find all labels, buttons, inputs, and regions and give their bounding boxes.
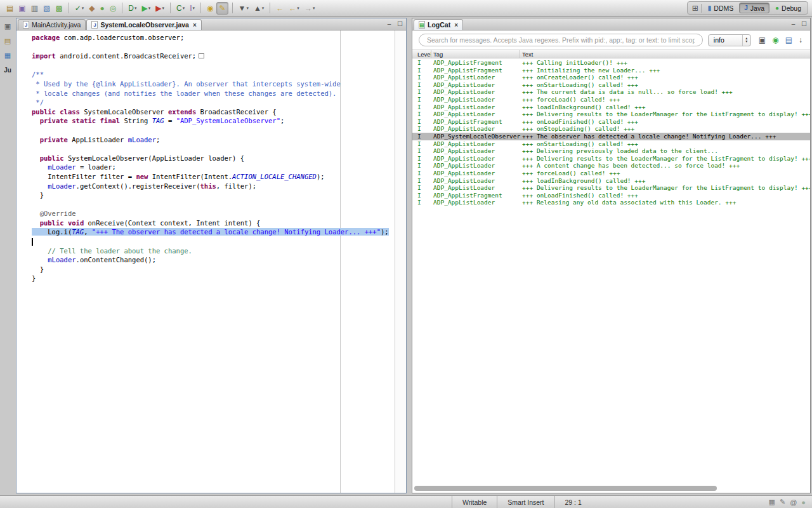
- code-line[interactable]: public void onReceive(Context context, I…: [32, 218, 393, 228]
- code-line[interactable]: ⊖/**: [32, 70, 393, 79]
- code-line[interactable]: ⊖ public SystemLocaleObserver(AppListLoa…: [32, 154, 393, 163]
- logcat-row[interactable]: IADP_AppListLoader+++ onStopLoading() ca…: [412, 125, 810, 133]
- print-icon[interactable]: ▥: [29, 2, 40, 15]
- perspective-ddms-button[interactable]: ▮DDMS: [704, 3, 738, 13]
- run-icon[interactable]: ▶▾: [140, 2, 152, 15]
- collapsed-region-box[interactable]: [199, 53, 204, 58]
- logcat-row[interactable]: IADP_AppListLoader+++ Delivering results…: [412, 184, 810, 192]
- code-line[interactable]: mLoader.onContentChanged();: [32, 255, 393, 265]
- close-tab-icon[interactable]: ×: [454, 22, 458, 29]
- logcat-row[interactable]: IADP_AppListLoader+++ A content change h…: [412, 162, 810, 170]
- code-line[interactable]: [32, 43, 393, 52]
- code-line[interactable]: }: [32, 265, 393, 274]
- minimize-icon[interactable]: –: [789, 20, 797, 28]
- package-explorer-icon[interactable]: ▤: [2, 36, 13, 46]
- logcat-row[interactable]: IADP_SystemLocaleObserver+++ The observe…: [412, 133, 810, 140]
- at-trim-icon[interactable]: @: [790, 498, 797, 506]
- scrollbar-thumb[interactable]: [414, 486, 717, 491]
- code-line[interactable]: [32, 200, 393, 210]
- maximize-icon[interactable]: ☐: [800, 20, 808, 28]
- tab-systemlocaleobserver-java[interactable]: J SystemLocaleObserver.java ×: [86, 19, 201, 30]
- logcat-row[interactable]: IADP_AppListFragment+++ Calling initLoad…: [412, 59, 810, 67]
- close-tab-icon[interactable]: ×: [193, 22, 197, 29]
- logcat-row[interactable]: IADP_AppListLoader+++ onStartLoading() c…: [412, 140, 810, 148]
- logcat-row[interactable]: IADP_AppListLoader+++ loadInBackground()…: [412, 104, 810, 111]
- maximize-icon[interactable]: ☐: [396, 20, 404, 28]
- code-line[interactable]: */: [32, 98, 393, 107]
- new-interface-icon[interactable]: I▾: [188, 2, 197, 15]
- forward-icon[interactable]: →▾: [303, 2, 317, 15]
- code-line[interactable]: [32, 61, 393, 70]
- code-line[interactable]: mLoader = loader;: [32, 163, 393, 172]
- column-header-text[interactable]: Text: [520, 51, 810, 58]
- code-area[interactable]: package com.adp.loadercustom.observer;⊕i…: [32, 33, 393, 493]
- junit-view-icon[interactable]: Ju: [2, 65, 13, 75]
- code-line[interactable]: Log.i(TAG, "+++ The observer has detecte…: [32, 227, 393, 237]
- debug-icon[interactable]: D▾: [126, 2, 138, 15]
- logcat-row[interactable]: IADP_AppListLoader+++ onCreateLoader() c…: [412, 74, 810, 81]
- code-line[interactable]: mLoader.getContext().registerReceiver(th…: [32, 182, 393, 191]
- code-line[interactable]: IntentFilter filter = new IntentFilter(I…: [32, 172, 393, 182]
- logcat-horizontal-scrollbar[interactable]: [412, 484, 810, 493]
- logcat-row[interactable]: IADP_AppListLoader+++ Releasing any old …: [412, 199, 810, 206]
- logcat-row[interactable]: IADP_AppListLoader+++ Delivering results…: [412, 155, 810, 163]
- save-icon[interactable]: ▣: [16, 2, 27, 15]
- column-header-level[interactable]: Level: [412, 50, 431, 58]
- log-level-filter-select[interactable]: info ▴▾: [708, 34, 751, 46]
- avd-manager-icon[interactable]: ◎: [108, 2, 118, 15]
- display-icon[interactable]: ▤: [783, 34, 794, 46]
- new-java-project-icon[interactable]: ▧: [41, 2, 52, 15]
- code-line[interactable]: [32, 237, 393, 246]
- logcat-row[interactable]: IADP_AppListLoader+++ The current data i…: [412, 88, 810, 96]
- logcat-row[interactable]: IADP_AppListLoader+++ onStartLoading() c…: [412, 81, 810, 89]
- column-header-tag[interactable]: Tag: [431, 50, 520, 58]
- perspective-java-button[interactable]: JJava: [739, 3, 769, 13]
- code-line[interactable]: [32, 126, 393, 135]
- tab-mainactivity-java[interactable]: J MainActivity.java: [18, 19, 86, 30]
- logcat-row[interactable]: IADP_AppListFragment+++ onLoadFinished()…: [412, 118, 810, 126]
- last-edit-location-icon[interactable]: ←: [274, 2, 285, 15]
- code-line[interactable]: [32, 144, 393, 154]
- edit-trim-icon[interactable]: ✎: [780, 498, 785, 506]
- build-check-icon[interactable]: ✓▾: [73, 2, 86, 15]
- screen-capture-icon[interactable]: ◉: [770, 34, 780, 46]
- logcat-row[interactable]: IADP_AppListLoader+++ forceLoad() called…: [412, 170, 810, 177]
- logcat-search-input[interactable]: [419, 34, 703, 46]
- type-hierarchy-icon[interactable]: ▦: [2, 50, 13, 60]
- new-package-icon[interactable]: ◆: [87, 2, 96, 15]
- mark-occurrences-icon[interactable]: ✎: [216, 2, 228, 15]
- android-sdk-manager-icon[interactable]: ●: [98, 2, 107, 15]
- code-line[interactable]: private AppListLoader mLoader;: [32, 135, 393, 145]
- new-android-project-icon[interactable]: ▩: [53, 2, 64, 15]
- code-line[interactable]: ⊕import android.content.BroadcastReceive…: [32, 51, 393, 61]
- tab-logcat[interactable]: ▤ LogCat ×: [414, 19, 463, 30]
- editor-scrollbar-track[interactable]: [395, 30, 406, 493]
- search-icon[interactable]: ◉: [205, 2, 215, 15]
- next-annotation-icon[interactable]: ▼▾: [237, 2, 251, 15]
- logcat-row[interactable]: IADP_AppListLoader+++ forceLoad() called…: [412, 96, 810, 104]
- back-icon[interactable]: ←▾: [287, 2, 301, 15]
- logcat-row[interactable]: IADP_AppListFragment+++ Initializing the…: [412, 67, 810, 74]
- perspective-debug-button[interactable]: ●Debug: [771, 3, 806, 13]
- new-wizard-icon[interactable]: ▤: [4, 2, 15, 15]
- code-line[interactable]: * locale changes (and notifies the loade…: [32, 89, 393, 98]
- code-line[interactable]: // Tell the loader about the change.: [32, 246, 393, 256]
- new-class-icon[interactable]: C▾: [174, 2, 187, 15]
- scroll-to-bottom-icon[interactable]: ↓: [797, 34, 804, 46]
- logcat-row[interactable]: IADP_AppListLoader+++ Delivering previou…: [412, 147, 810, 155]
- logcat-row[interactable]: IADP_AppListLoader+++ loadInBackground()…: [412, 177, 810, 185]
- open-perspective-icon[interactable]: ⊞: [690, 4, 702, 13]
- logcat-row[interactable]: IADP_AppListFragment+++ onLoadFinished()…: [412, 192, 810, 199]
- code-line[interactable]: ⊖ @Override: [32, 209, 393, 218]
- logcat-row[interactable]: IADP_AppListLoader+++ Delivering results…: [412, 110, 810, 118]
- save-log-icon[interactable]: ▣: [757, 34, 768, 46]
- restore-views-icon[interactable]: ▣: [2, 21, 13, 31]
- progress-trim-icon[interactable]: ●: [801, 498, 806, 506]
- minimize-icon[interactable]: –: [385, 20, 393, 28]
- code-line[interactable]: private static final String TAG = "ADP_S…: [32, 116, 393, 126]
- code-line[interactable]: }: [32, 274, 393, 283]
- code-line[interactable]: }: [32, 190, 393, 200]
- prev-annotation-icon[interactable]: ▲▾: [252, 2, 266, 15]
- external-tools-icon[interactable]: ▶▾: [154, 2, 166, 15]
- code-line[interactable]: public class SystemLocaleObserver extend…: [32, 107, 393, 117]
